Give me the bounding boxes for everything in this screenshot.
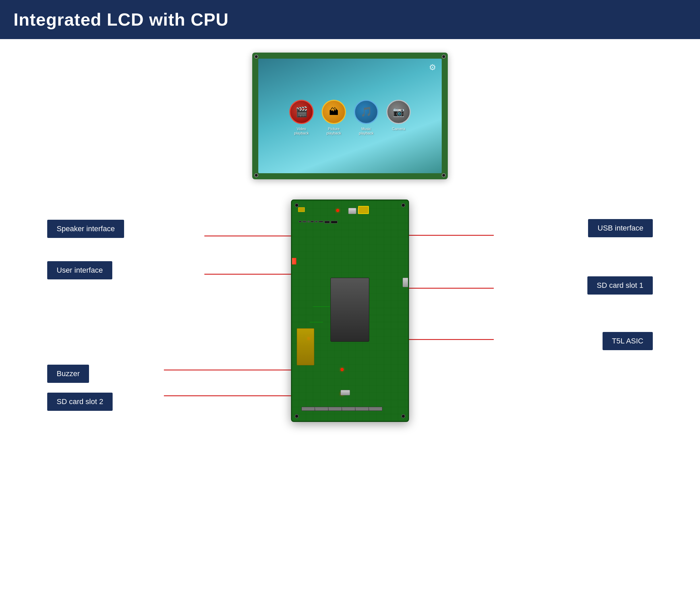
bottom-connector-row	[301, 407, 383, 411]
pcb-mount-br	[401, 414, 405, 418]
page-header: Integrated LCD with CPU	[0, 0, 700, 39]
comp-4	[311, 221, 314, 222]
red-led-bottom1	[341, 368, 344, 371]
pin-4	[342, 407, 355, 411]
pin-1	[302, 407, 315, 411]
pin-2	[315, 407, 328, 411]
app-item-video: 🎬 Videoplayback	[289, 100, 314, 135]
app-label-picture: Pictureplayback	[326, 127, 341, 135]
video-icon: 🎬	[295, 106, 308, 118]
lcd-device: ⚙ 🎬 Videoplayback 🏔	[252, 52, 448, 179]
flex-cable-connector	[297, 328, 314, 365]
trace-h2	[310, 322, 323, 322]
app-label-video: Videoplayback	[294, 127, 309, 135]
pin-6	[369, 407, 382, 411]
speaker-connector	[298, 207, 305, 212]
sd-slot-2	[341, 390, 350, 395]
app-circle-video: 🎬	[289, 100, 314, 124]
pcb-mount-tr	[401, 203, 405, 207]
red-led-top	[336, 209, 339, 212]
app-icons-container: 🎬 Videoplayback 🏔 Pictureplayback	[289, 100, 411, 135]
comp-2	[302, 221, 307, 222]
app-item-picture: 🏔 Pictureplayback	[322, 100, 346, 135]
label-sd-card-slot-2: SD card slot 2	[47, 392, 113, 411]
pin-5	[356, 407, 369, 411]
mount-hole-tr	[442, 54, 446, 59]
trace-h1	[313, 306, 330, 307]
app-label-camera: Camera	[392, 127, 405, 131]
mount-hole-br	[442, 173, 446, 177]
pin-3	[329, 407, 342, 411]
comp-5	[315, 221, 317, 222]
pcb-mount-bl	[295, 414, 299, 418]
app-label-music: Musicplayback	[359, 127, 373, 135]
app-circle-camera: 📷	[386, 100, 411, 124]
pcb-mount-tl	[295, 203, 299, 207]
picture-icon: 🏔	[329, 106, 339, 117]
comp-6	[318, 221, 323, 222]
app-item-camera: 📷 Camera	[386, 100, 411, 131]
components-top	[299, 221, 339, 223]
pcb-section: Speaker interface User interface Buzzer …	[27, 199, 673, 442]
comp-1	[299, 221, 301, 222]
sd-slot-1	[403, 278, 409, 287]
lcd-screen: ⚙ 🎬 Videoplayback 🏔	[258, 59, 442, 173]
label-buzzer: Buzzer	[47, 365, 89, 383]
comp-ic-1	[324, 221, 330, 223]
app-circle-music: 🎵	[354, 100, 378, 124]
lcd-section: ⚙ 🎬 Videoplayback 🏔	[27, 52, 673, 179]
label-sd-card-slot-1: SD card slot 1	[587, 276, 653, 294]
comp-3	[308, 221, 310, 222]
page-title: Integrated LCD with CPU	[14, 10, 686, 30]
main-content: ⚙ 🎬 Videoplayback 🏔	[0, 52, 700, 442]
label-usb-interface: USB interface	[588, 219, 653, 237]
label-t5l-asic: T5L ASIC	[603, 332, 653, 350]
lcd-frame: ⚙ 🎬 Videoplayback 🏔	[252, 52, 448, 179]
settings-icon: ⚙	[429, 63, 436, 72]
mount-hole-bl	[254, 173, 258, 177]
pcb-board-wrapper	[291, 199, 409, 422]
yellow-connector	[358, 206, 369, 214]
label-user-interface: User interface	[47, 261, 112, 279]
comp-ic-2	[331, 221, 338, 223]
camera-icon: 📷	[393, 106, 405, 117]
t5l-chip	[330, 278, 369, 342]
usb-port-1	[348, 208, 356, 214]
user-interface-connector	[291, 258, 296, 264]
label-speaker-interface: Speaker interface	[47, 220, 124, 238]
music-icon: 🎵	[360, 106, 372, 117]
pcb-board	[291, 199, 409, 422]
mount-hole-tl	[254, 54, 258, 59]
app-circle-picture: 🏔	[322, 100, 346, 124]
app-item-music: 🎵 Musicplayback	[354, 100, 378, 135]
